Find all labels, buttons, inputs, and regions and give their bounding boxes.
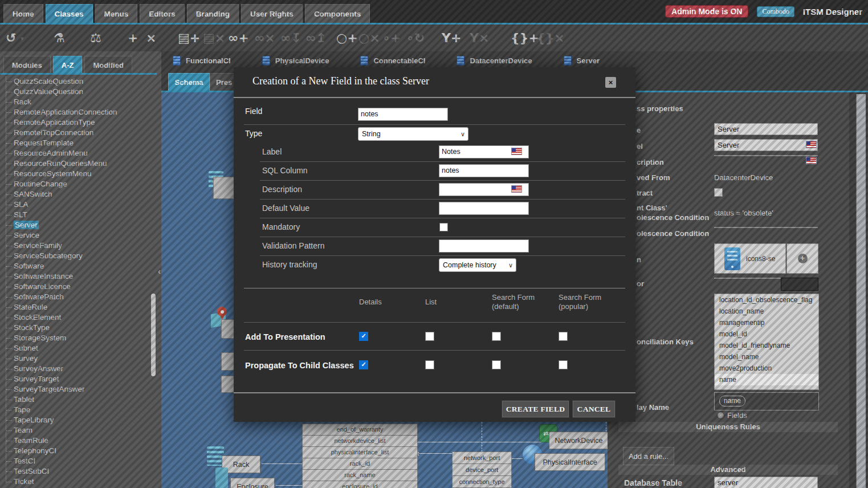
class-list-item[interactable]: ServiceSubcategory — [0, 251, 148, 261]
class-tab[interactable]: ConnectableCI — [360, 56, 425, 66]
add-to-presentation-search-popular-checkbox[interactable] — [559, 332, 568, 341]
class-list-item[interactable]: Rack — [0, 97, 148, 107]
default-value-input[interactable] — [439, 202, 529, 215]
class-list-item[interactable]: QuizzValueQuestion — [0, 87, 148, 97]
reconciliation-key-item[interactable]: model_name — [715, 351, 818, 363]
nav-tab[interactable]: Menus — [95, 4, 138, 23]
cancel-button[interactable]: CANCEL — [572, 400, 616, 418]
diagram-node-partial[interactable] — [213, 177, 235, 199]
delete-icon[interactable]: × — [146, 32, 156, 44]
class-tab[interactable]: PhysicalDevice — [262, 56, 329, 66]
class-list-item[interactable]: StockType — [0, 323, 148, 333]
class-list-item[interactable]: RoutineChange — [0, 179, 148, 189]
class-tab[interactable]: DatacenterDevice — [457, 56, 532, 66]
icon-add-button[interactable]: + — [787, 243, 818, 274]
class-list-item[interactable]: SLT — [0, 210, 148, 220]
reconciliation-key-item[interactable]: move2production — [715, 363, 818, 374]
nav-tab[interactable]: Branding — [187, 4, 239, 23]
display-name-chip[interactable]: name — [719, 396, 745, 406]
class-list-item[interactable]: RemoteApplicationConnection — [0, 107, 148, 117]
add-relation-icon[interactable]: Y+ — [442, 32, 461, 44]
add-link-icon[interactable]: ∞+ — [228, 32, 249, 44]
remove-relation-icon[interactable]: Y× — [470, 32, 489, 44]
class-list-item[interactable]: TestCI — [0, 456, 148, 466]
icon-picker-button[interactable]: icons8-se — [714, 243, 786, 274]
attribute-row[interactable]: rack_id — [302, 458, 418, 470]
nav-tab[interactable]: Components — [305, 4, 370, 23]
add-rule-button[interactable]: Add a rule... — [623, 447, 674, 465]
reconciliation-key-item[interactable]: location_id_obsolescence_flag — [715, 294, 818, 306]
undo-icon[interactable]: ↺ — [6, 32, 16, 44]
node-enclosure[interactable]: Enclosure — [230, 478, 275, 488]
label-input[interactable]: Server — [714, 139, 818, 151]
page-scrollbar[interactable] — [856, 94, 866, 488]
display-name-box[interactable]: name — [714, 392, 819, 410]
remove-external-key-icon[interactable]: ∞↥ — [305, 32, 327, 44]
tab-schema[interactable]: Schema — [168, 73, 210, 91]
class-list-item[interactable]: StockElement — [0, 312, 148, 323]
add-external-key-icon[interactable]: ∞↧ — [280, 32, 301, 44]
class-list-item[interactable]: Server — [0, 220, 148, 230]
class-list-item[interactable]: SurveyTarget — [0, 374, 148, 384]
class-list-item[interactable]: Subnet — [0, 343, 148, 353]
reconciliation-key-item[interactable]: managementip — [715, 317, 818, 328]
class-list-item[interactable]: Tape — [0, 405, 148, 415]
class-tab[interactable]: Server — [564, 56, 600, 66]
color-input[interactable] — [714, 278, 781, 279]
class-list-item[interactable]: TeamRule — [0, 436, 148, 446]
history-tracking-select[interactable]: Complete history ∨ — [439, 258, 516, 272]
node-physical-interface[interactable]: PhysicalInterface — [535, 453, 605, 471]
class-list-item[interactable]: StateRule — [0, 302, 148, 312]
color-swatch[interactable] — [781, 278, 818, 291]
remove-field-icon[interactable]: ▤× — [203, 32, 225, 44]
node-network-device[interactable]: NetworkDevice — [549, 432, 608, 449]
sidebar-tab[interactable]: Modules — [3, 56, 51, 74]
sidebar-scrollbar-thumb[interactable] — [151, 294, 156, 376]
class-list-item[interactable]: Ticket — [0, 477, 148, 487]
close-icon[interactable]: × — [605, 77, 616, 88]
class-list-item[interactable]: Service — [0, 230, 148, 241]
add-enum-icon[interactable]: ○+ — [336, 32, 358, 44]
reconciliation-key-item[interactable]: model_id — [715, 328, 818, 340]
reorder-enum-icon[interactable]: ∘↻ — [406, 32, 425, 44]
class-list-item[interactable]: SLA — [0, 200, 148, 210]
propagate-list-checkbox[interactable] — [425, 360, 434, 369]
class-list-item[interactable]: Tablet — [0, 395, 148, 405]
class-list-item[interactable]: RequestTemplate — [0, 138, 148, 148]
sql-column-input[interactable]: notes — [439, 164, 529, 177]
attribute-row[interactable]: networkdevice_list — [302, 435, 418, 447]
reconciliation-keys-list[interactable]: location_id_obsolescence_flaglocation_na… — [714, 294, 819, 390]
nav-tab[interactable]: Classes — [46, 4, 93, 23]
reconciliation-key-item[interactable]: name — [715, 374, 818, 385]
fields-radio[interactable] — [717, 412, 724, 419]
undo-caret-icon[interactable]: ▾ — [21, 35, 24, 41]
nav-tab[interactable]: Home — [3, 4, 43, 23]
class-list-item[interactable]: Survey — [0, 353, 148, 364]
reconciliation-key-item[interactable]: model_id_friendlyname — [715, 340, 818, 351]
attribute-row[interactable]: physicalinterface_list — [302, 446, 418, 458]
class-list-item[interactable]: TelephonyCI — [0, 446, 148, 456]
class-list-item[interactable]: SoftwareLicence — [0, 282, 148, 292]
class-list-item[interactable]: SurveyAnswer — [0, 364, 148, 374]
port-attribute-row[interactable]: connection_type — [452, 475, 512, 488]
abstract-checkbox[interactable] — [714, 188, 723, 197]
mandatory-checkbox[interactable] — [439, 223, 448, 231]
name-input[interactable]: Server — [714, 123, 818, 135]
add-field-icon[interactable]: ▤+ — [178, 32, 200, 44]
class-tab[interactable]: FunctionalCI — [173, 56, 231, 66]
type-select[interactable]: String ∨ — [358, 127, 468, 141]
propagate-search-popular-checkbox[interactable] — [559, 360, 568, 369]
add-to-presentation-search-default-checkbox[interactable] — [492, 332, 501, 341]
sidebar-collapse-icon[interactable]: ‹ — [158, 267, 161, 275]
propagate-search-default-checkbox[interactable] — [492, 360, 501, 369]
port-attribute-row[interactable]: network_port — [452, 452, 512, 464]
class-list-item[interactable]: Software — [0, 261, 148, 271]
class-list-item[interactable]: ResourceAdminMenu — [0, 148, 148, 158]
add-enum-value-icon[interactable]: ∘+ — [382, 32, 401, 44]
database-table-input[interactable]: server — [714, 477, 818, 488]
class-list-item[interactable]: TestSubCI — [0, 466, 148, 477]
test-mode-flask-icon[interactable]: ⚗ — [54, 32, 65, 44]
class-list-item[interactable]: SoftwareInstance — [0, 271, 148, 282]
remove-link-icon[interactable]: ∞× — [254, 32, 275, 44]
class-list-item[interactable]: RemoteiTopConnection — [0, 128, 148, 138]
